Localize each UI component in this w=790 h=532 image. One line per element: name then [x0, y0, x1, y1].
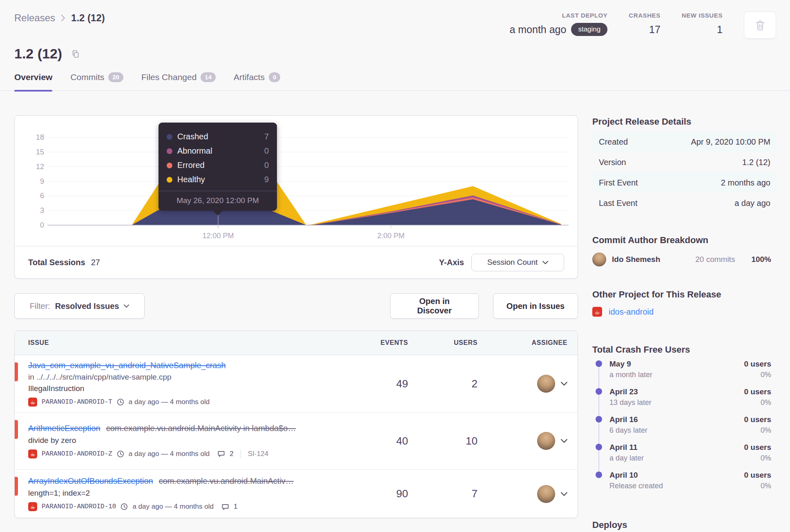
issue-message: IllegalInstruction [28, 382, 339, 394]
sessions-chart[interactable]: 036912151812:00 PM2:00 PM [15, 116, 578, 246]
svg-text:12: 12 [36, 163, 44, 171]
other-project-title: Other Project for This Release [592, 289, 776, 300]
tab-files-changed[interactable]: Files Changed14 [141, 70, 216, 91]
issue-annotation[interactable]: SI-124 [248, 450, 268, 458]
timeline-relative-time: a day later [609, 454, 644, 463]
yaxis-select[interactable]: Session Count [471, 254, 564, 271]
comment-count: 1 [234, 503, 237, 511]
tooltip-series-label: Crashed [177, 132, 259, 141]
open-in-issues-button[interactable]: Open in Issues [493, 293, 578, 319]
tooltip-series-value: 9 [264, 175, 269, 184]
trash-icon [754, 19, 766, 31]
svg-text:6: 6 [40, 192, 44, 200]
stat-value-row: 17 [649, 23, 661, 36]
error-level-indicator [15, 420, 18, 439]
svg-text:3: 3 [40, 206, 44, 215]
commit-author-name: Ido Shemesh [612, 255, 690, 264]
tab-commits[interactable]: Commits20 [70, 70, 123, 91]
issue-row[interactable]: Java_com_example_vu_android_NativeSample… [15, 355, 578, 413]
commit-percent: 100% [751, 255, 771, 264]
avatar [592, 253, 606, 266]
timeline-entry: April 110 usersa day later0% [592, 443, 776, 463]
tab-count-badge: 0 [269, 72, 280, 82]
timeline-date: April 23 [609, 387, 638, 396]
issue-title-link[interactable]: ArrayIndexOutOfBoundsException [28, 475, 153, 487]
issue-title-line: ArrayIndexOutOfBoundsExceptioncom.exampl… [28, 475, 339, 487]
project-slug: PARANOID-ANDROID-10 [42, 503, 116, 510]
other-project-row: ☕ idos-android [592, 307, 776, 317]
clock-icon-wrap [117, 450, 124, 458]
tab-label: Files Changed [141, 72, 196, 82]
project-slug: PARANOID-ANDROID-T [42, 398, 112, 406]
issue-age: a day ago — 4 months old [129, 450, 210, 458]
chart-tooltip: Crashed7Abnormal0Errored0Healthy9 May 26… [158, 123, 277, 211]
timeline-entry: May 90 usersa month later0% [592, 360, 776, 379]
tooltip-row-crashed: Crashed7 [167, 130, 269, 144]
detail-key: First Event [599, 178, 721, 188]
timeline-percent: 0% [761, 426, 771, 435]
assignee-dropdown[interactable] [478, 375, 567, 393]
issue-age: a day ago — 4 months old [132, 503, 213, 511]
assignee-dropdown[interactable] [478, 432, 567, 450]
svg-text:12:00 PM: 12:00 PM [202, 232, 234, 240]
detail-key: Version [599, 158, 742, 167]
issue-title-link[interactable]: ArithmeticException [28, 422, 100, 434]
chevron-down-icon [561, 439, 567, 443]
issue-summary: ArrayIndexOutOfBoundsExceptioncom.exampl… [15, 470, 343, 518]
stat-value-row: a month agostaging [509, 23, 607, 36]
column-header-issue: ISSUE [15, 339, 343, 346]
breadcrumb: Releases 1.2 (12) [14, 12, 105, 24]
total-sessions-value: 27 [91, 258, 100, 267]
chart-footer: Total Sessions 27 Y-Axis Session Count [15, 246, 578, 278]
timeline-percent: 0% [761, 398, 771, 407]
breadcrumb-releases-link[interactable]: Releases [14, 12, 55, 24]
comment-icon-wrap[interactable] [221, 503, 229, 511]
timeline-entry: April 230 users13 days later0% [592, 387, 776, 407]
detail-value: 1.2 (12) [742, 158, 770, 167]
stat-last-deploy: LAST DEPLOYa month agostaging [509, 11, 607, 36]
timeline-dot-icon [596, 360, 602, 367]
tab-overview[interactable]: Overview [14, 70, 52, 91]
issue-meta-row: ☕PARANOID-ANDROID-10a day ago — 4 months… [28, 501, 339, 512]
detail-row-first-event: First Event2 months ago [592, 172, 776, 193]
issue-users-count: 7 [408, 487, 478, 500]
timeline-users: 0 users [744, 387, 771, 396]
details-section-title: Project Release Details [592, 116, 776, 127]
chevron-down-wrap [561, 382, 567, 386]
timeline-percent: 0% [761, 370, 771, 379]
timeline-relative-time: 6 days later [609, 426, 647, 435]
column-header-users: USERS [408, 339, 478, 346]
tab-artifacts[interactable]: Artifacts0 [234, 70, 280, 91]
comment-icon-wrap[interactable] [217, 450, 225, 458]
tooltip-row-abnormal: Abnormal0 [167, 144, 269, 158]
other-project-link[interactable]: idos-android [609, 307, 654, 317]
filter-action-row: Filter: Resolved Issues Open in Discover… [14, 293, 578, 319]
chevron-down-icon [124, 304, 129, 308]
issue-events-count: 49 [343, 378, 408, 390]
assignee-dropdown[interactable] [478, 485, 567, 503]
issue-row[interactable]: ArrayIndexOutOfBoundsExceptioncom.exampl… [15, 469, 578, 518]
filter-prefix: Filter: [30, 302, 50, 311]
issue-title-link[interactable]: Java_com_example_vu_android_NativeSample… [28, 360, 226, 371]
svg-text:18: 18 [36, 133, 44, 141]
stat-new-issues: NEW ISSUES1 [682, 11, 723, 36]
stat-label: LAST DEPLOY [562, 11, 608, 20]
issue-title-line: Java_com_example_vu_android_NativeSample… [28, 360, 339, 371]
timeline-users: 0 users [744, 471, 771, 480]
yaxis-select-value: Session Count [487, 258, 538, 267]
tab-label: Commits [70, 72, 104, 82]
chevron-down-wrap [561, 439, 567, 443]
issue-row[interactable]: ArithmeticExceptioncom.example.vu.androi… [15, 413, 578, 469]
issue-filter-select[interactable]: Filter: Resolved Issues [14, 293, 145, 319]
tooltip-row-healthy: Healthy9 [167, 172, 269, 187]
environment-badge: staging [571, 23, 607, 36]
stat-value-row: 1 [717, 23, 723, 36]
issues-table: ISSUEEVENTSUSERSASSIGNEE Java_com_exampl… [14, 331, 578, 518]
stat-value: a month ago [509, 23, 566, 36]
delete-release-button[interactable] [744, 11, 776, 39]
issue-title-line: ArithmeticExceptioncom.example.vu.androi… [28, 422, 339, 434]
copy-icon[interactable] [71, 49, 80, 58]
avatar [537, 375, 555, 393]
tooltip-series-value: 0 [264, 146, 269, 156]
open-in-discover-button[interactable]: Open in Discover [390, 293, 479, 319]
